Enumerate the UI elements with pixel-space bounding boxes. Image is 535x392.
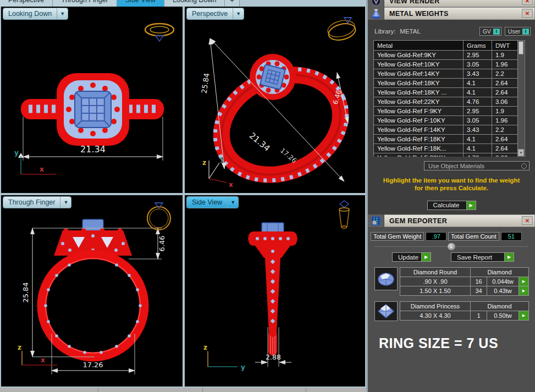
- metal-table-row[interactable]: Yellow Gold-Ref F:10KY 3.05 1.96: [373, 116, 518, 125]
- viewport-label-text: Through Finger: [8, 198, 55, 206]
- properties-panel: VIEW RENDER ✕ METAL WEIGHTS ✕ Library: M…: [366, 0, 535, 392]
- ring-top-view: 21.34 y x: [1, 7, 183, 193]
- gem-go-button[interactable]: ▶: [519, 286, 528, 295]
- axis-indicator: y x: [14, 149, 56, 174]
- metal-table-row[interactable]: Yellow Gold-Ref:14KY 3.43 2.2: [373, 69, 518, 79]
- gem-table-round: Diamond Round Diamond .90 X .90 16 0.044…: [400, 267, 529, 296]
- ring-perspective-view: 21.34 17.26 25.84 6.46 z y x: [185, 7, 365, 193]
- svg-text:x: x: [41, 356, 45, 364]
- metal-table-row[interactable]: Yellow Gold-Ref:18KY ... 4.1 2.64: [373, 88, 518, 97]
- axis-indicator: z y: [203, 344, 245, 371]
- viewport-label-looking-down[interactable]: Looking Down ▼: [3, 8, 68, 19]
- viewport-label-through-finger[interactable]: Through Finger ▼: [3, 197, 71, 208]
- svg-text:2.88: 2.88: [266, 353, 281, 361]
- viewport-looking-down[interactable]: 21.34 y x Looking: [1, 7, 183, 193]
- instruction-text: Highlight the item you want to find the …: [368, 176, 535, 192]
- viewport-through-finger[interactable]: 6.46 25.84 17.26 z x: [1, 195, 183, 387]
- add-viewport-tab-button[interactable]: +: [225, 0, 240, 7]
- gem-size-row: 1.50 X 1.50 34 0.43tw ▶: [400, 286, 528, 295]
- viewport-label-side-view[interactable]: Side View ▼: [187, 197, 238, 208]
- gem-table-princess: Diamond Princess Diamond 4.30 X 4.30 1 0…: [400, 301, 529, 321]
- viewport-label-perspective[interactable]: Perspective ▼: [187, 8, 244, 19]
- svg-text:x: x: [229, 181, 233, 189]
- viewport-side-view[interactable]: 2.88 z y Side View ▼: [185, 195, 365, 387]
- chevron-down-icon[interactable]: ▼: [227, 197, 238, 208]
- gem-name: Diamond Princess: [400, 302, 471, 311]
- gem-go-button[interactable]: ▶: [519, 311, 528, 320]
- svg-text:21.34: 21.34: [247, 130, 272, 153]
- metal-table: Metal Grams DWT Yellow Gold-Ref:9KY 2.95…: [373, 40, 531, 157]
- metal-table-row[interactable]: Yellow Gold-Ref F:9KY 2.95 1.9: [373, 107, 518, 116]
- tab-side-view[interactable]: Side View: [117, 0, 164, 7]
- gem-go-button[interactable]: ▶: [519, 277, 528, 286]
- viewport-label-text: Looking Down: [8, 10, 52, 18]
- calculate-button[interactable]: Calculate ▶: [427, 201, 476, 210]
- metal-table-row[interactable]: Yellow Gold-Ref:10KY 3.05 1.96: [373, 60, 518, 69]
- gem-reporter-title: GEM REPORTER: [384, 214, 535, 227]
- viewport-label-text: Side View: [192, 198, 222, 206]
- viewport-perspective[interactable]: 21.34 17.26 25.84 6.46 z y x: [185, 7, 365, 193]
- tab-looking-down[interactable]: Looking Down: [164, 0, 225, 7]
- svg-text:z: z: [203, 344, 207, 351]
- play-icon: ▶: [421, 253, 431, 261]
- gem-panel-splitter[interactable]: ▲: [374, 242, 528, 251]
- gem-reporter-panel-header: GEM REPORTER ✕: [368, 214, 535, 227]
- close-icon[interactable]: ✕: [522, 0, 533, 5]
- splitter-knob[interactable]: ▲: [447, 242, 456, 251]
- looking-down-orientation-icon: [145, 24, 174, 41]
- user-toggle-indicator: I: [522, 29, 529, 35]
- svg-text:y: y: [220, 155, 224, 163]
- ring-band: [42, 255, 144, 357]
- svg-text:y: y: [241, 363, 245, 371]
- total-gem-count-label: Total Gem Count: [448, 232, 499, 241]
- metal-table-row[interactable]: Yellow Gold-Ref F:18K... 4.1 2.64: [373, 144, 518, 153]
- metal-table-row[interactable]: Yellow Gold-Ref:22KY 4.76 3.06: [373, 97, 518, 107]
- play-icon: ▶: [466, 201, 476, 209]
- close-icon[interactable]: ✕: [522, 9, 533, 18]
- svg-text:6.46: 6.46: [158, 236, 166, 252]
- scrollbar-thumb[interactable]: [519, 41, 523, 54]
- chevron-down-icon[interactable]: ▼: [233, 8, 244, 19]
- viewport-area: Perspective Through Finger Side View Loo…: [0, 0, 366, 392]
- center-stone: [75, 91, 111, 128]
- gem-reporter-icon: [368, 214, 384, 227]
- radio-icon: [521, 163, 527, 169]
- save-report-button[interactable]: Save Report ▶: [451, 252, 514, 262]
- gv-toggle-indicator: I: [493, 29, 500, 35]
- use-object-materials-button[interactable]: Use Object Materials: [424, 161, 530, 170]
- metal-table-row[interactable]: Yellow Gold-Ref F:22KY 4.76 3.06: [373, 153, 518, 157]
- status-bar: [0, 388, 366, 392]
- update-button[interactable]: Update ▶: [392, 252, 431, 262]
- metal-weights-panel-header: METAL WEIGHTS ✕: [368, 7, 535, 20]
- tab-perspective[interactable]: Perspective: [0, 0, 53, 7]
- metal-table-row[interactable]: Yellow Gold-Ref F:18KY 4.1 2.64: [373, 135, 518, 144]
- svg-text:y: y: [14, 149, 19, 157]
- tab-through-finger[interactable]: Through Finger: [53, 0, 117, 7]
- metal-table-row[interactable]: Yellow Gold-Ref:9KY 2.95 1.9: [373, 51, 518, 60]
- halo-head: [250, 54, 296, 100]
- princess-gem-icon: [374, 301, 398, 321]
- play-icon: ▶: [504, 253, 514, 261]
- gem-block-princess: Diamond Princess Diamond 4.30 X 4.30 1 0…: [374, 301, 532, 321]
- user-toggle[interactable]: User I: [505, 27, 531, 36]
- metal-table-row[interactable]: Yellow Gold-Ref:18KY 4.1 2.64: [373, 79, 518, 88]
- svg-text:z: z: [18, 344, 21, 351]
- metal-table-header: Metal Grams DWT: [373, 40, 518, 51]
- svg-text:z: z: [202, 159, 206, 167]
- svg-text:21.34: 21.34: [80, 144, 106, 154]
- gv-toggle[interactable]: GV I: [479, 27, 501, 36]
- gem-size-row: 4.30 X 4.30 1 0.50tw ▶: [400, 311, 528, 320]
- gem-material: Diamond: [471, 268, 528, 277]
- chevron-down-icon[interactable]: ▼: [57, 8, 68, 19]
- ring-side-view: 2.88 z y: [185, 195, 365, 387]
- svg-text:x: x: [40, 165, 44, 173]
- gem-block-round: Diamond Round Diamond .90 X .90 16 0.044…: [374, 267, 532, 296]
- metal-table-row[interactable]: Yellow Gold-Ref F:14KY 3.43 2.2: [373, 125, 518, 135]
- scrollbar-down-arrow[interactable]: ▼: [518, 149, 524, 156]
- close-icon[interactable]: ✕: [522, 216, 533, 225]
- metal-table-scrollbar[interactable]: ▼: [518, 40, 525, 157]
- total-gem-count-value: 51: [501, 232, 522, 241]
- total-gem-weight-label: Total Gem Weight: [371, 232, 424, 241]
- viewport-label-text: Perspective: [192, 10, 228, 18]
- chevron-down-icon[interactable]: ▼: [60, 197, 71, 208]
